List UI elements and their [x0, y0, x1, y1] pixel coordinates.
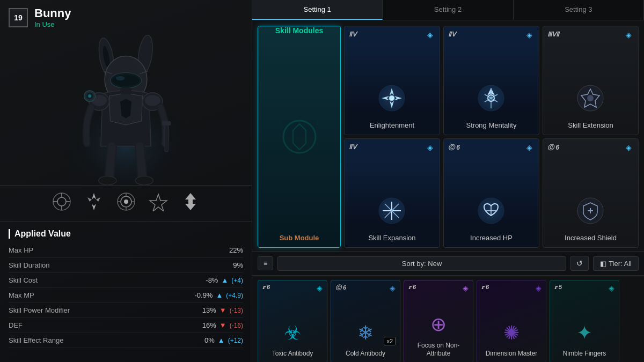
module-grid-area: Skill Modules Sub Module ⅡⅤ ◈ Enlightenm… [252, 20, 644, 251]
svg-point-7 [116, 76, 125, 80]
stat-row: Max HP22% [9, 243, 243, 258]
skill-icon-3[interactable] [115, 191, 137, 212]
inv-tier-badge: 𝐫 6 [262, 284, 270, 291]
character-name: Bunny [34, 6, 71, 20]
stat-name: Max MP [9, 291, 34, 299]
tab-setting-1[interactable]: Setting 1 [252, 0, 383, 20]
module-icon-increased-shield [572, 192, 610, 230]
inventory-card[interactable]: 𝐫 6◈✺Dimension Master [477, 280, 546, 362]
module-icon-strong-mentality [473, 79, 510, 117]
inv-tier-badge: 𝐫 5 [554, 284, 562, 291]
type-icon: ◈ [425, 29, 435, 40]
stat-value: 0% [193, 336, 215, 344]
stat-row: DEF16%▼(-16) [9, 318, 243, 333]
sort-icon-button[interactable]: ≡ [258, 256, 273, 270]
stats-list: Max HP22%Skill Duration9%Skill Cost-8%▲(… [9, 243, 243, 348]
stat-bonus: (-13) [230, 307, 243, 314]
stat-arrow: ▼ [219, 321, 226, 329]
inv-card-name: Cold Antibody [343, 350, 387, 358]
settings-tabs: Setting 1 Setting 2 Setting 3 [252, 0, 644, 20]
inventory-card[interactable]: Ⓒ 6◈❄x2Cold Antibody [331, 280, 400, 362]
inventory-card[interactable]: 𝐫 6◈☣Toxic Antibody [258, 280, 327, 362]
stat-bonus: (-16) [230, 322, 243, 329]
tier-indicator: Ⓒ 6 [448, 143, 460, 152]
stat-bonus: (+4) [231, 277, 243, 284]
stat-value: -8% [196, 276, 218, 284]
character-status: In Use [34, 20, 71, 28]
module-icon-enlightenment [374, 79, 411, 117]
applied-value-section: Applied Value Max HP22%Skill Duration9%S… [0, 225, 252, 362]
stat-value: 9% [222, 261, 243, 269]
inv-tier-badge: 𝐫 6 [481, 284, 489, 291]
skill-icon-4[interactable] [148, 191, 169, 212]
skill-modules-slot[interactable]: Skill Modules Sub Module [258, 26, 341, 248]
svg-rect-17 [165, 124, 168, 152]
tab-setting-2[interactable]: Setting 2 [383, 0, 513, 20]
stat-bonus: (+4.9) [226, 292, 243, 299]
tier-indicator: ⅡⅤ [349, 31, 356, 38]
stat-value-area: 9% [222, 261, 243, 269]
level-badge: 19 [9, 8, 28, 27]
svg-rect-18 [162, 121, 171, 125]
svg-point-20 [135, 176, 153, 185]
stat-row: Skill Cost-8%▲(+4) [9, 273, 243, 288]
tier-indicator: ⅡⅤ [448, 31, 456, 38]
module-enlightenment[interactable]: ⅡⅤ ◈ Enlightenment [344, 26, 440, 135]
type-icon: ◈ [623, 142, 634, 153]
refresh-button[interactable]: ↺ [570, 256, 589, 271]
stat-arrow: ▲ [218, 336, 225, 344]
tab-setting-3[interactable]: Setting 3 [514, 0, 644, 20]
inv-type-icon: ◈ [609, 284, 614, 292]
tier-indicator: Ⓒ 6 [547, 143, 559, 152]
stat-value-area: 13%▼(-13) [195, 306, 243, 314]
stat-value-area: -0.9%▲(+4.9) [191, 291, 243, 299]
inventory-card[interactable]: 𝐫 5◈✦Nimble Fingers [550, 280, 619, 362]
tier-label: Tier: All [609, 260, 632, 268]
stat-bonus: (+12) [228, 337, 243, 344]
inv-card-name: Dimension Master [484, 350, 540, 358]
tier-icon: ◧ [600, 260, 606, 268]
svg-point-30 [124, 200, 128, 204]
skill-icon-5[interactable] [180, 191, 201, 212]
stat-value: 22% [222, 246, 243, 254]
inv-type-icon: ◈ [390, 284, 396, 292]
stat-name: DEF [9, 321, 23, 329]
module-icon-skill-extension [572, 79, 610, 117]
stat-name: Skill Power Modifier [9, 306, 70, 314]
module-name-strong-mentality: Strong Mentality [466, 121, 517, 129]
stat-value-area: 0%▲(+12) [193, 336, 243, 344]
module-skill-extension[interactable]: ⅢⅤⅡ ◈ Skill Extension [543, 26, 639, 135]
inventory-card[interactable]: 𝐫 6◈⊕Focus on Non-Attribute [404, 280, 473, 362]
stat-row: Skill Power Modifier13%▼(-13) [9, 303, 243, 318]
inv-card-name: Focus on Non-Attribute [404, 342, 473, 358]
skill-icon-1[interactable] [51, 191, 72, 212]
inv-card-icon: ⊕ [424, 310, 453, 339]
svg-point-35 [283, 121, 316, 153]
stat-value: 13% [195, 306, 216, 314]
svg-point-41 [587, 95, 594, 101]
inv-card-icon: ✦ [570, 318, 599, 348]
module-name-skill-extension: Skill Extension [568, 121, 613, 129]
applied-value-title: Applied Value [9, 229, 243, 239]
type-icon: ◈ [425, 142, 435, 153]
tier-filter-button[interactable]: ◧ Tier: All [593, 256, 639, 271]
module-strong-mentality[interactable]: ⅡⅤ ◈ Strong Mentality [443, 26, 539, 135]
module-increased-shield[interactable]: Ⓒ 6 ◈ Increased Shield [543, 138, 639, 248]
character-image-area [0, 35, 252, 185]
divider-1 [0, 221, 252, 221]
skill-icon-2[interactable] [83, 191, 105, 212]
character-silhouette [0, 35, 252, 185]
module-skill-expansion[interactable]: ⅡⅤ ◈ Skill Expansion [344, 138, 440, 248]
character-header: 19 Bunny In Use [0, 0, 252, 35]
type-icon: ◈ [623, 29, 634, 40]
stat-row: Max MP-0.9%▲(+4.9) [9, 288, 243, 303]
sort-by-button[interactable]: Sort by: New [277, 256, 566, 271]
module-icon-increased-hp [473, 192, 510, 230]
stat-arrow: ▲ [216, 291, 223, 299]
type-icon: ◈ [524, 29, 535, 40]
tier-indicator: ⅡⅤ [349, 143, 356, 151]
module-increased-hp[interactable]: Ⓒ 6 ◈ Increased HP [443, 138, 539, 248]
inv-tier-badge: Ⓒ 6 [335, 284, 346, 292]
skill-modules-label: Skill Modules [275, 26, 323, 35]
module-icon-skill-expansion [374, 192, 411, 230]
